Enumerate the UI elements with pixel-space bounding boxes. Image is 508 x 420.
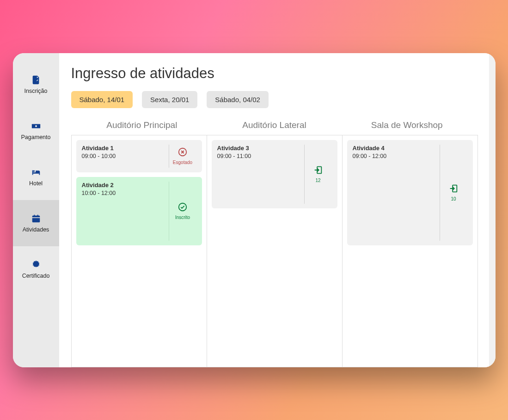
activity-card[interactable]: Atividade 2 10:00 - 12:00 Inscrito [76, 177, 202, 245]
sidebar-item-certificado[interactable]: Certificado [13, 246, 59, 292]
page-title: Ingresso de atividades [71, 65, 478, 82]
room-header-1: Auditório Lateral [208, 120, 341, 135]
svg-point-3 [179, 203, 187, 211]
main-content: Ingresso de atividades Sábado, 14/01 Sex… [59, 53, 489, 367]
x-circle-icon [177, 147, 188, 158]
activity-card[interactable]: Atividade 4 09:00 - 12:00 10 [347, 140, 473, 245]
room-header-0: Auditório Principal [76, 120, 208, 135]
activity-info: Atividade 4 09:00 - 12:00 [353, 145, 437, 241]
activity-time: 09:00 - 11:00 [217, 153, 301, 159]
activity-title: Atividade 3 [217, 145, 301, 152]
enter-icon [313, 165, 323, 176]
status-label: Esgotado [173, 160, 192, 165]
bed-icon [30, 167, 42, 177]
sidebar-item-pagamento[interactable]: Pagamento [13, 108, 59, 154]
svg-point-1 [35, 125, 37, 127]
sidebar: Inscrição Pagamento Hotel Atividades Cer… [13, 53, 59, 367]
activity-info: Atividade 1 09:00 - 10:00 [82, 145, 166, 168]
sidebar-item-hotel[interactable]: Hotel [13, 154, 59, 200]
check-circle-icon [177, 202, 188, 213]
activity-time: 09:00 - 10:00 [82, 153, 166, 159]
date-tab-1[interactable]: Sexta, 20/01 [142, 91, 197, 108]
activity-time: 09:00 - 12:00 [353, 153, 437, 159]
activity-status-sold-out: Esgotado [169, 145, 196, 168]
activity-status-available[interactable]: 10 [440, 145, 467, 241]
room-col-1: Atividade 3 09:00 - 11:00 12 [207, 135, 343, 367]
file-signature-icon [30, 75, 42, 85]
money-bill-icon [30, 121, 42, 131]
sidebar-item-inscricao[interactable]: Inscrição [13, 61, 59, 108]
date-tab-2[interactable]: Sábado, 04/02 [207, 91, 269, 108]
certificate-icon [30, 260, 42, 270]
activity-info: Atividade 2 10:00 - 12:00 [82, 182, 166, 241]
activity-title: Atividade 2 [82, 182, 166, 189]
sidebar-item-label: Inscrição [24, 88, 47, 94]
sidebar-item-label: Atividades [23, 226, 49, 233]
activity-card[interactable]: Atividade 1 09:00 - 10:00 Esgotado [76, 140, 202, 172]
status-label: 12 [315, 178, 320, 183]
activity-info: Atividade 3 09:00 - 11:00 [217, 145, 301, 204]
room-header-2: Sala de Workshop [341, 120, 473, 135]
status-label: Inscrito [175, 215, 190, 220]
activity-title: Atividade 4 [353, 145, 437, 152]
date-tabs: Sábado, 14/01 Sexta, 20/01 Sábado, 04/02 [71, 91, 478, 108]
sidebar-item-label: Pagamento [21, 134, 51, 140]
calendar-icon [30, 213, 42, 224]
sidebar-item-atividades[interactable]: Atividades [13, 200, 59, 246]
activity-status-available[interactable]: 12 [304, 145, 332, 204]
activity-card[interactable]: Atividade 3 09:00 - 11:00 12 [212, 140, 337, 208]
sidebar-item-label: Hotel [29, 180, 43, 187]
activity-title: Atividade 1 [82, 145, 166, 152]
rooms-body: Atividade 1 09:00 - 10:00 Esgotado Ativi… [71, 135, 478, 367]
room-col-0: Atividade 1 09:00 - 10:00 Esgotado Ativi… [72, 135, 207, 367]
app-window: Inscrição Pagamento Hotel Atividades Cer… [13, 53, 496, 367]
sidebar-item-label: Certificado [22, 273, 50, 279]
activity-status-enrolled: Inscrito [169, 182, 196, 241]
rooms-header: Auditório Principal Auditório Lateral Sa… [71, 120, 478, 135]
room-col-2: Atividade 4 09:00 - 12:00 10 [343, 135, 477, 367]
status-label: 10 [451, 196, 456, 201]
enter-icon [448, 183, 459, 195]
activity-time: 10:00 - 12:00 [82, 190, 166, 196]
date-tab-0[interactable]: Sábado, 14/01 [71, 91, 133, 108]
